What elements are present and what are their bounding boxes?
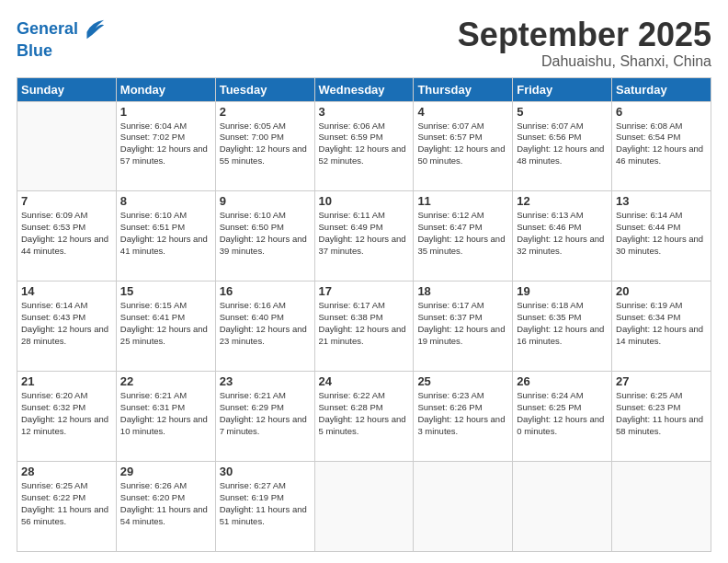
- table-cell: 6Sunrise: 6:08 AMSunset: 6:54 PMDaylight…: [612, 101, 711, 191]
- table-cell: 30Sunrise: 6:27 AMSunset: 6:19 PMDayligh…: [215, 462, 314, 552]
- day-number: 22: [120, 374, 211, 388]
- logo-text: General: [17, 20, 78, 39]
- location-title: Dahuaishu, Shanxi, China: [458, 53, 711, 70]
- table-cell: 9Sunrise: 6:10 AMSunset: 6:50 PMDaylight…: [215, 191, 314, 282]
- day-number: 6: [616, 105, 707, 119]
- day-number: 29: [120, 465, 211, 478]
- day-number: 8: [120, 194, 211, 208]
- table-cell: 5Sunrise: 6:07 AMSunset: 6:56 PMDaylight…: [513, 101, 612, 191]
- table-cell: 20Sunrise: 6:19 AMSunset: 6:34 PMDayligh…: [612, 282, 711, 372]
- day-info: Sunrise: 6:07 AMSunset: 6:57 PMDaylight:…: [417, 121, 508, 167]
- day-number: 26: [517, 374, 608, 388]
- day-number: 18: [417, 284, 508, 298]
- day-info: Sunrise: 6:08 AMSunset: 6:54 PMDaylight:…: [616, 121, 707, 167]
- day-number: 12: [517, 194, 608, 208]
- header-sunday: Sunday: [17, 77, 117, 101]
- day-number: 17: [319, 284, 410, 298]
- calendar-week-row: 1Sunrise: 6:04 AMSunset: 7:02 PMDaylight…: [17, 101, 711, 191]
- logo-text2: Blue: [17, 42, 106, 61]
- day-info: Sunrise: 6:21 AMSunset: 6:29 PMDaylight:…: [220, 390, 311, 437]
- day-info: Sunrise: 6:25 AMSunset: 6:23 PMDaylight:…: [616, 390, 707, 437]
- day-number: 3: [319, 105, 410, 119]
- day-info: Sunrise: 6:11 AMSunset: 6:49 PMDaylight:…: [319, 210, 410, 257]
- day-number: 2: [220, 105, 311, 119]
- day-info: Sunrise: 6:10 AMSunset: 6:50 PMDaylight:…: [220, 210, 311, 257]
- table-cell: 27Sunrise: 6:25 AMSunset: 6:23 PMDayligh…: [612, 372, 711, 462]
- title-section: September 2025 Dahuaishu, Shanxi, China: [458, 17, 711, 70]
- table-cell: [513, 462, 612, 552]
- day-info: Sunrise: 6:27 AMSunset: 6:19 PMDaylight:…: [220, 480, 311, 527]
- day-number: 10: [319, 194, 410, 208]
- header-friday: Friday: [513, 77, 612, 101]
- table-cell: 26Sunrise: 6:24 AMSunset: 6:25 PMDayligh…: [513, 372, 612, 462]
- table-cell: 4Sunrise: 6:07 AMSunset: 6:57 PMDaylight…: [414, 101, 513, 191]
- weekday-header-row: Sunday Monday Tuesday Wednesday Thursday…: [17, 77, 711, 101]
- day-number: 11: [417, 194, 508, 208]
- day-number: 1: [120, 105, 211, 119]
- day-number: 9: [220, 194, 311, 208]
- table-cell: 18Sunrise: 6:17 AMSunset: 6:37 PMDayligh…: [414, 282, 513, 372]
- day-number: 21: [21, 374, 112, 388]
- day-info: Sunrise: 6:21 AMSunset: 6:31 PMDaylight:…: [120, 390, 211, 437]
- day-info: Sunrise: 6:22 AMSunset: 6:28 PMDaylight:…: [319, 390, 410, 437]
- day-info: Sunrise: 6:19 AMSunset: 6:34 PMDaylight:…: [616, 300, 707, 347]
- table-cell: [612, 462, 711, 552]
- day-number: 19: [517, 284, 608, 298]
- table-cell: [314, 462, 414, 552]
- day-number: 30: [220, 465, 311, 478]
- logo-bird-icon: [80, 17, 106, 42]
- day-info: Sunrise: 6:04 AMSunset: 7:02 PMDaylight:…: [120, 121, 211, 167]
- header-thursday: Thursday: [414, 77, 513, 101]
- table-cell: 2Sunrise: 6:05 AMSunset: 7:00 PMDaylight…: [215, 101, 314, 191]
- day-info: Sunrise: 6:24 AMSunset: 6:25 PMDaylight:…: [517, 390, 608, 437]
- table-cell: 10Sunrise: 6:11 AMSunset: 6:49 PMDayligh…: [314, 191, 414, 282]
- day-number: 23: [220, 374, 311, 388]
- table-cell: 7Sunrise: 6:09 AMSunset: 6:53 PMDaylight…: [17, 191, 117, 282]
- day-info: Sunrise: 6:25 AMSunset: 6:22 PMDaylight:…: [21, 480, 112, 527]
- table-cell: 1Sunrise: 6:04 AMSunset: 7:02 PMDaylight…: [116, 101, 215, 191]
- logo: General Blue: [17, 17, 106, 61]
- day-number: 16: [220, 284, 311, 298]
- day-info: Sunrise: 6:14 AMSunset: 6:44 PMDaylight:…: [616, 210, 707, 257]
- table-cell: [17, 101, 117, 191]
- table-cell: 25Sunrise: 6:23 AMSunset: 6:26 PMDayligh…: [414, 372, 513, 462]
- header-wednesday: Wednesday: [314, 77, 414, 101]
- day-number: 5: [517, 105, 608, 119]
- table-cell: 14Sunrise: 6:14 AMSunset: 6:43 PMDayligh…: [17, 282, 117, 372]
- day-info: Sunrise: 6:23 AMSunset: 6:26 PMDaylight:…: [417, 390, 508, 437]
- day-info: Sunrise: 6:13 AMSunset: 6:46 PMDaylight:…: [517, 210, 608, 257]
- day-number: 27: [616, 374, 707, 388]
- top-section: General Blue September 2025 Dahuaishu, S…: [17, 17, 711, 70]
- table-cell: 24Sunrise: 6:22 AMSunset: 6:28 PMDayligh…: [314, 372, 414, 462]
- table-cell: 19Sunrise: 6:18 AMSunset: 6:35 PMDayligh…: [513, 282, 612, 372]
- day-info: Sunrise: 6:17 AMSunset: 6:37 PMDaylight:…: [417, 300, 508, 347]
- day-info: Sunrise: 6:09 AMSunset: 6:53 PMDaylight:…: [21, 210, 112, 257]
- month-title: September 2025: [458, 17, 711, 53]
- table-cell: [414, 462, 513, 552]
- day-number: 15: [120, 284, 211, 298]
- table-cell: 17Sunrise: 6:17 AMSunset: 6:38 PMDayligh…: [314, 282, 414, 372]
- table-cell: 3Sunrise: 6:06 AMSunset: 6:59 PMDaylight…: [314, 101, 414, 191]
- day-info: Sunrise: 6:18 AMSunset: 6:35 PMDaylight:…: [517, 300, 608, 347]
- table-cell: 23Sunrise: 6:21 AMSunset: 6:29 PMDayligh…: [215, 372, 314, 462]
- day-info: Sunrise: 6:15 AMSunset: 6:41 PMDaylight:…: [120, 300, 211, 347]
- day-info: Sunrise: 6:07 AMSunset: 6:56 PMDaylight:…: [517, 121, 608, 167]
- day-info: Sunrise: 6:05 AMSunset: 7:00 PMDaylight:…: [220, 121, 311, 167]
- day-info: Sunrise: 6:26 AMSunset: 6:20 PMDaylight:…: [120, 480, 211, 527]
- day-number: 14: [21, 284, 112, 298]
- table-cell: 12Sunrise: 6:13 AMSunset: 6:46 PMDayligh…: [513, 191, 612, 282]
- table-cell: 28Sunrise: 6:25 AMSunset: 6:22 PMDayligh…: [17, 462, 117, 552]
- header-monday: Monday: [116, 77, 215, 101]
- table-cell: 29Sunrise: 6:26 AMSunset: 6:20 PMDayligh…: [116, 462, 215, 552]
- calendar-week-row: 28Sunrise: 6:25 AMSunset: 6:22 PMDayligh…: [17, 462, 711, 552]
- day-info: Sunrise: 6:10 AMSunset: 6:51 PMDaylight:…: [120, 210, 211, 257]
- day-info: Sunrise: 6:12 AMSunset: 6:47 PMDaylight:…: [417, 210, 508, 257]
- day-number: 24: [319, 374, 410, 388]
- table-cell: 11Sunrise: 6:12 AMSunset: 6:47 PMDayligh…: [414, 191, 513, 282]
- calendar-week-row: 21Sunrise: 6:20 AMSunset: 6:32 PMDayligh…: [17, 372, 711, 462]
- day-number: 13: [616, 194, 707, 208]
- table-cell: 16Sunrise: 6:16 AMSunset: 6:40 PMDayligh…: [215, 282, 314, 372]
- day-number: 25: [417, 374, 508, 388]
- table-cell: 8Sunrise: 6:10 AMSunset: 6:51 PMDaylight…: [116, 191, 215, 282]
- header-saturday: Saturday: [612, 77, 711, 101]
